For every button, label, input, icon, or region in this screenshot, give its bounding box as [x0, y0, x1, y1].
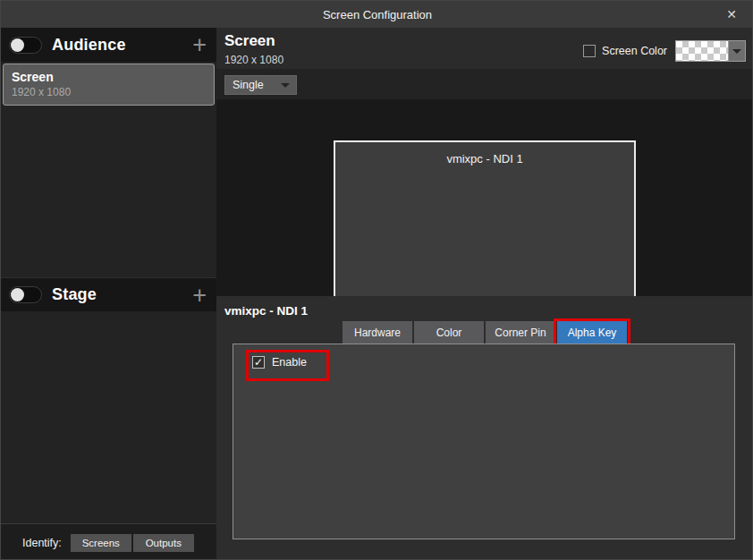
- identify-screens-button[interactable]: Screens: [71, 534, 131, 552]
- tab-alpha-key[interactable]: Alpha Key: [557, 321, 627, 344]
- enable-row: ✓ Enable: [252, 356, 307, 369]
- stage-section-header: Stage +: [1, 277, 216, 311]
- audience-section-header: Audience +: [1, 28, 216, 62]
- screen-preview-area: vmixpc - NDI 1: [216, 99, 753, 296]
- identify-outputs-button[interactable]: Outputs: [133, 534, 194, 552]
- main-screen-resolution: 1920 x 1080: [224, 54, 283, 66]
- audience-toggle[interactable]: [9, 37, 42, 54]
- source-tabs: Hardware Color Corner Pin Alpha Key: [343, 321, 629, 344]
- screen-color-label: Screen Color: [602, 45, 667, 57]
- enable-label: Enable: [272, 356, 307, 369]
- identify-label: Identify:: [22, 537, 62, 549]
- audience-toggle-knob: [11, 38, 24, 52]
- transparency-swatch: [676, 41, 728, 61]
- sidebar-item-screen[interactable]: Screen 1920 x 1080: [3, 64, 215, 106]
- chevron-down-icon: [281, 83, 290, 88]
- chevron-down-icon: [732, 49, 741, 54]
- screen-preview-box[interactable]: vmixpc - NDI 1: [334, 140, 636, 310]
- layout-row: Single: [216, 69, 753, 99]
- window-title: Screen Configuration: [323, 8, 432, 21]
- main-screen-title: Screen: [224, 32, 275, 50]
- alpha-key-panel: ✓ Enable: [233, 344, 735, 539]
- stage-toggle[interactable]: [9, 286, 42, 303]
- add-stage-screen-icon[interactable]: +: [192, 283, 207, 307]
- audience-label: Audience: [52, 36, 126, 55]
- tab-color[interactable]: Color: [414, 321, 484, 344]
- add-audience-screen-icon[interactable]: +: [192, 33, 207, 57]
- stage-toggle-knob: [11, 288, 24, 301]
- layout-select-value: Single: [233, 79, 281, 91]
- enable-checkbox[interactable]: ✓: [252, 356, 265, 369]
- stage-label: Stage: [52, 285, 97, 304]
- identify-bar: Identify: Screens Outputs: [1, 523, 216, 560]
- sidebar: Audience + Screen 1920 x 1080 Stage + Id…: [1, 28, 216, 560]
- titlebar: Screen Configuration ✕: [1, 1, 753, 28]
- screen-color-dropdown[interactable]: [675, 40, 746, 62]
- screen-color-group: Screen Color: [583, 40, 746, 62]
- tab-corner-pin[interactable]: Corner Pin: [486, 321, 555, 344]
- tab-hardware[interactable]: Hardware: [343, 321, 412, 344]
- main-area: Screen 1920 x 1080 Screen Color Single: [216, 28, 753, 560]
- main-header: Screen 1920 x 1080 Screen Color: [216, 28, 753, 69]
- screen-color-checkbox[interactable]: [583, 45, 596, 57]
- source-settings-section: vmixpc - NDI 1 Hardware Color Corner Pin…: [216, 296, 753, 560]
- preview-source-label: vmixpc - NDI 1: [335, 152, 634, 165]
- screen-item-resolution: 1920 x 1080: [12, 86, 214, 98]
- screen-item-name: Screen: [12, 70, 214, 84]
- screen-color-dropdown-arrow[interactable]: [728, 41, 745, 61]
- source-title: vmixpc - NDI 1: [224, 304, 308, 318]
- layout-select[interactable]: Single: [224, 75, 297, 95]
- screen-configuration-window: Screen Configuration ✕ Audience + Screen…: [0, 0, 753, 560]
- close-icon[interactable]: ✕: [718, 1, 745, 28]
